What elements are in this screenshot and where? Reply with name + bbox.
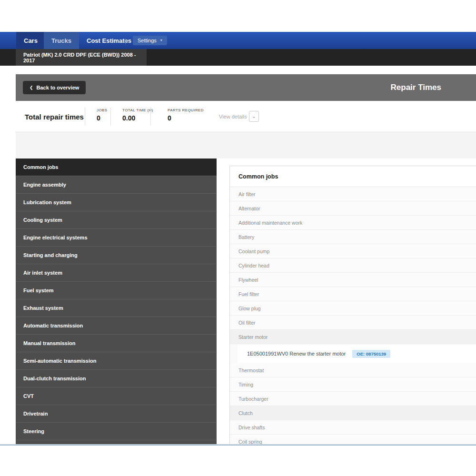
sidebar-item-label: Engine electrical systems [23, 235, 88, 240]
metric-jobs-label: JOBS [97, 108, 108, 112]
job-row-starter-motor[interactable]: Starter motor [230, 330, 476, 344]
jobs-list: Air filter Alternator Additional mainten… [230, 187, 476, 444]
sidebar-item-label: Engine assembly [23, 182, 66, 188]
job-row-timing[interactable]: Timing [230, 377, 476, 392]
job-row-label: Turbocharger [238, 396, 268, 402]
divider [110, 108, 111, 126]
vehicle-bar: Patriot (MK) 2.0 CRD DPF (ECE (BWD)) 200… [0, 49, 476, 66]
view-details-dropdown-button[interactable]: ⌄ [249, 111, 259, 122]
page-title: Repair Times [391, 74, 441, 101]
job-row-air-filter[interactable]: Air filter [230, 187, 476, 201]
sidebar-item-label: Exhaust system [23, 305, 63, 311]
job-row-alternator[interactable]: Alternator [230, 201, 476, 216]
job-row-coolant-pump[interactable]: Coolant pump [230, 244, 476, 258]
settings-button[interactable]: Settings ▾ [133, 36, 167, 45]
job-row-label: Alternator [238, 206, 260, 211]
top-navbar: Cars Trucks Cost Estimates | Settings ▾ [0, 32, 476, 49]
job-row-label: Oil filter [238, 320, 256, 326]
job-row-additional-maintenance-work[interactable]: Additional maintenance work [230, 216, 476, 230]
metric-total-time-label: TOTAL TIME (H) [122, 108, 153, 112]
tab-cars[interactable]: Cars [16, 32, 45, 49]
oe-number-badge[interactable]: OE: 08750139 [352, 350, 390, 358]
metric-jobs-value: 0 [97, 114, 108, 122]
job-row-label: Thermostat [238, 367, 264, 373]
divider [150, 108, 151, 126]
job-detail-text: 1E05001991WV0 Renew the starter motor [247, 351, 346, 357]
sidebar-item-common-jobs[interactable]: Common jobs [16, 159, 217, 176]
job-row-glow-plug[interactable]: Glow plug [230, 301, 476, 316]
job-row-label: Air filter [238, 191, 256, 197]
sidebar-item-label: Drivetrain [23, 411, 48, 416]
sidebar-item-cooling-system[interactable]: Cooling system [16, 211, 217, 229]
divider [85, 108, 85, 126]
sidebar-item-exhaust-system[interactable]: Exhaust system [16, 299, 217, 317]
job-row-thermostat[interactable]: Thermostat [230, 363, 476, 377]
vehicle-tab[interactable]: Patriot (MK) 2.0 CRD DPF (ECE (BWD)) 200… [16, 49, 147, 66]
sidebar-item-engine-assembly[interactable]: Engine assembly [16, 176, 217, 194]
sidebar-item-cvt[interactable]: CVT [16, 387, 217, 405]
job-row-flywheel[interactable]: Flywheel [230, 273, 476, 287]
back-to-overview-button[interactable]: ❮ Back to overview [23, 81, 86, 94]
job-row-clutch[interactable]: Clutch [230, 406, 476, 420]
sidebar-item-automatic-transmission[interactable]: Automatic transmission [16, 317, 217, 335]
sidebar-item-label: Common jobs [23, 164, 58, 170]
chevron-down-icon: ⌄ [252, 114, 256, 119]
back-button-label: Back to overview [37, 85, 79, 90]
sidebar-item-dual-clutch-transmission[interactable]: Dual-clutch transmission [16, 370, 217, 387]
sidebar-item-label: Cooling system [23, 217, 62, 223]
job-row-label: Fuel filter [238, 291, 259, 297]
tab-cost-estimates[interactable]: Cost Estimates [79, 32, 139, 49]
totals-title: Total repair times [25, 101, 84, 132]
job-row-label: Clutch [238, 410, 253, 416]
job-row-label: Additional maintenance work [238, 220, 302, 226]
app-window: Cars Trucks Cost Estimates | Settings ▾ … [0, 0, 476, 476]
job-detail-row[interactable]: 1E05001991WV0 Renew the starter motor OE… [230, 344, 476, 363]
page-header: ❮ Back to overview Repair Times [16, 74, 476, 101]
job-row-battery[interactable]: Battery [230, 230, 476, 244]
sidebar-item-steering[interactable]: Steering [16, 423, 217, 440]
job-row-label: Coolant pump [238, 248, 269, 254]
job-row-label: Coil spring [238, 439, 262, 445]
job-row-label: Cylinder head [238, 263, 269, 268]
sidebar-item-label: Air inlet system [23, 270, 62, 276]
job-row-label: Flywheel [238, 277, 258, 283]
sidebar: Common jobs Engine assembly Lubrication … [16, 159, 217, 444]
sidebar-item-fuel-system[interactable]: Fuel system [16, 282, 217, 299]
nav-separator: | [125, 32, 126, 49]
job-row-label: Glow plug [238, 306, 261, 311]
jobs-panel: Common jobs Air filter Alternator Additi… [229, 166, 476, 444]
job-row-oil-filter[interactable]: Oil filter [230, 316, 476, 330]
sidebar-item[interactable] [16, 440, 217, 444]
chevron-left-icon: ❮ [30, 86, 33, 90]
metric-jobs: JOBS 0 [97, 108, 108, 122]
sidebar-item-label: Fuel system [23, 288, 54, 293]
sidebar-item-starting-and-charging[interactable]: Starting and charging [16, 247, 217, 264]
job-row-label: Battery [238, 234, 254, 240]
sidebar-item-semi-automatic-transmission[interactable]: Semi-automatic transmission [16, 352, 217, 370]
view-details-link[interactable]: View details [219, 101, 247, 132]
sidebar-item-manual-transmission[interactable]: Manual transmission [16, 335, 217, 352]
sidebar-item-air-inlet-system[interactable]: Air inlet system [16, 264, 217, 282]
settings-button-label: Settings [138, 38, 157, 43]
sidebar-item-drivetrain[interactable]: Drivetrain [16, 405, 217, 423]
job-row-coil-spring[interactable]: Coil spring [230, 435, 476, 444]
caret-down-icon: ▾ [160, 39, 162, 42]
job-row-label: Drive shafts [238, 425, 265, 430]
job-row-cylinder-head[interactable]: Cylinder head [230, 258, 476, 273]
sidebar-item-label: Starting and charging [23, 252, 78, 258]
sidebar-item-label: Lubrication system [23, 199, 71, 205]
sidebar-item-engine-electrical-systems[interactable]: Engine electrical systems [16, 229, 217, 247]
job-row-turbocharger[interactable]: Turbocharger [230, 392, 476, 406]
metric-total-time-value: 0.00 [122, 114, 153, 122]
tab-trucks[interactable]: Trucks [44, 32, 79, 49]
job-row-label: Starter motor [238, 334, 268, 340]
sidebar-item-label: Dual-clutch transmission [23, 376, 86, 381]
sidebar-item-label: Manual transmission [23, 340, 75, 346]
sidebar-item-label: Steering [23, 428, 44, 434]
metric-parts-required-label: PARTS REQUIRED [168, 108, 204, 112]
metric-total-time: TOTAL TIME (H) 0.00 [122, 108, 153, 122]
sidebar-item-label: CVT [23, 393, 34, 399]
sidebar-item-lubrication-system[interactable]: Lubrication system [16, 194, 217, 211]
job-row-drive-shafts[interactable]: Drive shafts [230, 420, 476, 435]
job-row-fuel-filter[interactable]: Fuel filter [230, 287, 476, 301]
